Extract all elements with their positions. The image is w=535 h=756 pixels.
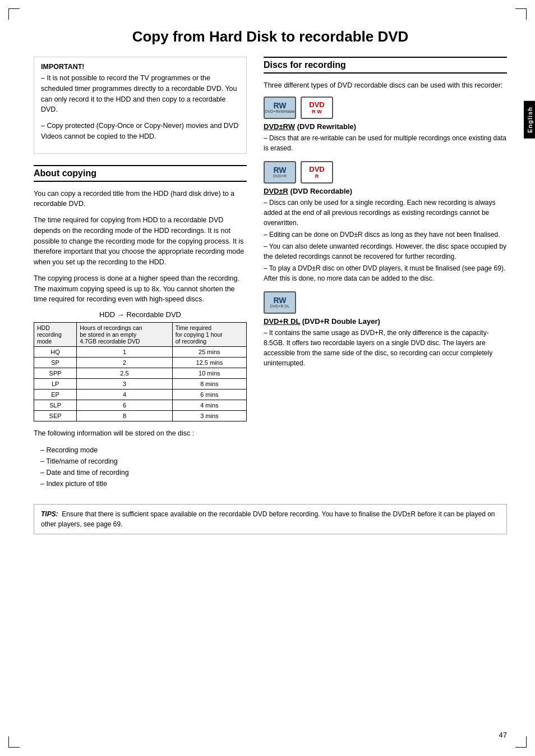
dvd-r-desc-p: – To play a DVD±R disc on other DVD play… [264, 263, 507, 283]
about-copying-para-1: You can copy a recorded title from the H… [34, 189, 247, 210]
english-tab: English [524, 101, 535, 139]
corner-mark-tr [515, 8, 527, 20]
right-column: Discs for recording Three different type… [264, 57, 507, 494]
table-cell: 8 mins [172, 379, 246, 390]
table-cell: HQ [34, 347, 77, 358]
table-cell: 25 mins [172, 347, 246, 358]
page-title: Copy from Hard Disk to recordable DVD [34, 22, 507, 45]
table-row: EP46 mins [34, 390, 247, 400]
table-row: SLP64 mins [34, 400, 247, 411]
dvd-r-rw-text: RW [273, 166, 286, 174]
dvd-dl-desc: – It contains the same usage as DVD+R, t… [264, 328, 507, 368]
page-number: 47 [499, 731, 507, 739]
dvd-r-desc-p: – Discs can only be used for a single re… [264, 198, 507, 228]
dvd-r-title: DVD±R (DVD Recordable) [264, 187, 507, 195]
table-cell: 2 [77, 358, 172, 368]
corner-mark-br [515, 736, 527, 748]
dvd-rw-small: R W [312, 109, 322, 114]
table-cell: 1 [77, 347, 172, 358]
dvd-logo-text: DVD [309, 101, 324, 108]
table-row: SPP2.510 mins [34, 368, 247, 379]
hdd-arrow-label: HDD → Recordable DVD [34, 310, 247, 319]
stored-intro: The following information will be stored… [34, 428, 247, 439]
hdd-table: HDDrecordingmode Hours of recordings can… [34, 322, 247, 421]
important-point-1: – It is not possible to record the TV pr… [41, 73, 239, 115]
corner-mark-bl [8, 736, 20, 748]
dvd-r-desc-p: – Editing can be done on DVD±R discs as … [264, 230, 507, 240]
dvd-r-small: R [315, 173, 319, 179]
important-box: IMPORTANT! – It is not possible to recor… [34, 57, 247, 154]
dvd-rw-icon-1: RW DVD+ReWritable [264, 97, 296, 119]
dvd-dl-icons: RW DVD+R DL [264, 291, 507, 314]
table-cell: 3 [77, 379, 172, 390]
table-cell: SP [34, 358, 77, 368]
about-copying-heading: About copying [34, 165, 247, 182]
stored-list-item: Index picture of title [34, 478, 247, 489]
dvd-r-desc: – Discs can only be used for a single re… [264, 198, 507, 283]
corner-mark-tl [8, 8, 20, 20]
dvd-rw-desc-p1: – Discs that are re-writable can be used… [264, 133, 507, 153]
table-cell: 4 mins [172, 400, 246, 411]
table-row: SP212.5 mins [34, 358, 247, 368]
discs-intro: Three different types of DVD recordable … [264, 80, 507, 91]
page: English Copy from Hard Disk to recordabl… [0, 0, 535, 756]
stored-list-item: Recording mode [34, 445, 247, 456]
left-column: IMPORTANT! – It is not possible to recor… [34, 57, 247, 494]
dvd-dl-sub: DVD+R DL [270, 304, 290, 308]
dvd-r-sub: DVD+R [273, 174, 287, 178]
dvd-r-desc-p: – You can also delete unwanted recording… [264, 241, 507, 262]
table-cell: 12.5 mins [172, 358, 246, 368]
tips-label: TIPS: [41, 510, 58, 518]
stored-list: Recording modeTitle/name of recordingDat… [34, 445, 247, 489]
dvd-r-icons: RW DVD+R DVD R [264, 161, 507, 184]
table-row: HQ125 mins [34, 347, 247, 358]
tips-text: Ensure that there is sufficient space av… [41, 510, 495, 528]
table-header-hours: Hours of recordings canbe stored in an e… [77, 323, 172, 347]
dvd-rw-rw-text: RW [273, 102, 286, 109]
table-row: SEP83 mins [34, 411, 247, 421]
tips-box: TIPS: Ensure that there is sufficient sp… [34, 504, 507, 534]
table-cell: LP [34, 379, 77, 390]
dvd-r-icon-2: DVD R [301, 161, 333, 184]
dvd-dl-desc-p1: – It contains the same usage as DVD+R, t… [264, 328, 507, 368]
main-content: IMPORTANT! – It is not possible to recor… [34, 57, 507, 494]
dvd-r-logo-text: DVD [309, 166, 324, 173]
table-header-mode: HDDrecordingmode [34, 323, 77, 347]
table-cell: EP [34, 390, 77, 400]
table-cell: 3 mins [172, 411, 246, 421]
dvd-rw-title: DVD±RW (DVD Rewritable) [264, 122, 507, 131]
about-copying-para-3: The copying process is done at a higher … [34, 273, 247, 305]
important-point-2: – Copy protected (Copy-Once or Copy-Neve… [41, 121, 239, 142]
dvd-r-icon-1: RW DVD+R [264, 161, 296, 184]
table-cell: 6 [77, 400, 172, 411]
dvd-dl-icon-1: RW DVD+R DL [264, 291, 296, 314]
dvd-rw-sub: DVD+ReWritable [265, 109, 294, 113]
table-cell: SPP [34, 368, 77, 379]
dvd-rw-desc: – Discs that are re-writable can be used… [264, 133, 507, 153]
about-copying-para-2: The time required for copying from HDD t… [34, 215, 247, 268]
stored-list-item: Title/name of recording [34, 456, 247, 467]
dvd-dl-title: DVD+R DL (DVD+R Double Layer) [264, 317, 507, 326]
table-cell: SEP [34, 411, 77, 421]
table-cell: 8 [77, 411, 172, 421]
important-label: IMPORTANT! [41, 63, 239, 71]
table-header-time: Time requiredfor copying 1 hourof record… [172, 323, 246, 347]
table-cell: 2.5 [77, 368, 172, 379]
dvd-dl-rw-text: RW [273, 296, 286, 304]
dvd-rw-icons: RW DVD+ReWritable DVD R W [264, 97, 507, 119]
stored-list-item: Date and time of recording [34, 467, 247, 478]
table-cell: 6 mins [172, 390, 246, 400]
table-cell: 4 [77, 390, 172, 400]
table-cell: SLP [34, 400, 77, 411]
table-cell: 10 mins [172, 368, 246, 379]
dvd-rw-icon-2: DVD R W [301, 97, 333, 119]
discs-heading: Discs for recording [264, 57, 507, 74]
table-row: LP38 mins [34, 379, 247, 390]
